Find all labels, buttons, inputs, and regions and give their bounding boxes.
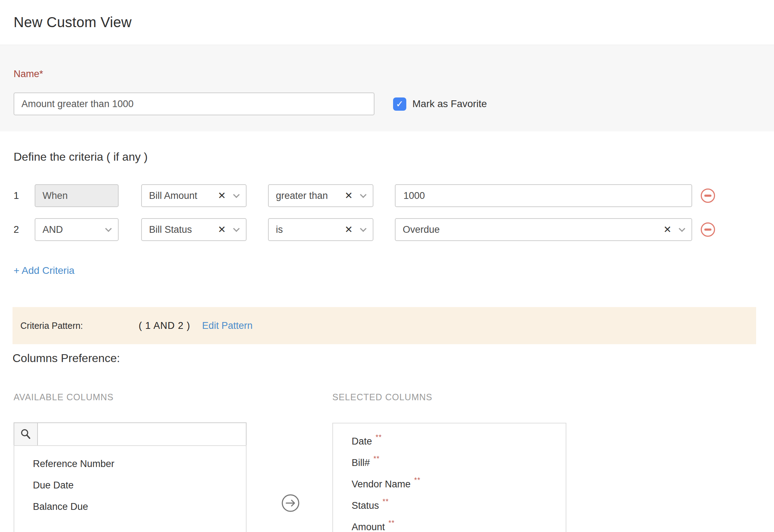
required-mark: **: [383, 497, 389, 506]
check-icon: ✓: [396, 99, 404, 109]
columns-preference-body: AVAILABLE COLUMNS SELECTED COLUMNS Refer…: [0, 365, 774, 532]
required-mark: **: [376, 433, 382, 441]
favorite-checkbox[interactable]: ✓: [393, 97, 406, 111]
required-mark: **: [373, 455, 380, 463]
criteria-pattern-bar: Criteria Pattern: ( 1 AND 2 ) Edit Patte…: [13, 307, 756, 344]
chevron-down-icon[interactable]: [679, 225, 685, 232]
edit-pattern-link[interactable]: Edit Pattern: [202, 320, 253, 331]
list-item[interactable]: Amount **: [333, 516, 566, 532]
chevron-down-icon[interactable]: [105, 225, 111, 232]
column-label: Date: [352, 436, 372, 447]
criteria-value-field[interactable]: [395, 184, 692, 207]
criteria-pattern-value: ( 1 AND 2 ): [139, 320, 190, 331]
column-search-box: [14, 422, 247, 446]
name-section: Name* ✓ Mark as Favorite: [0, 45, 774, 131]
required-mark: **: [388, 519, 395, 527]
criteria-pattern-label: Criteria Pattern:: [20, 321, 83, 331]
criteria-row-2: 2 AND Bill Status ✕ is ✕ Overdue ✕: [14, 218, 760, 241]
column-label: Amount: [352, 522, 385, 532]
comparator-select[interactable]: greater than ✕: [268, 184, 373, 207]
arrow-right-icon: [281, 494, 300, 512]
connector-label: When: [43, 190, 68, 201]
favorite-label: Mark as Favorite: [412, 98, 487, 110]
criteria-connector-when: When: [35, 184, 119, 207]
criteria-value: Overdue: [403, 224, 440, 235]
list-item[interactable]: Status **: [333, 495, 566, 516]
chevron-down-icon[interactable]: [360, 191, 366, 198]
list-item[interactable]: Balance Due: [14, 496, 246, 517]
connector-select[interactable]: AND: [35, 218, 119, 241]
list-item[interactable]: Bill# **: [333, 452, 566, 473]
field-value: Bill Amount: [149, 190, 197, 201]
criteria-value-select[interactable]: Overdue ✕: [395, 218, 692, 241]
list-item[interactable]: Due Date: [14, 475, 246, 496]
remove-criteria-button[interactable]: [701, 222, 715, 237]
search-input[interactable]: [38, 423, 246, 445]
clear-icon[interactable]: ✕: [218, 191, 226, 201]
column-label: Vendor Name: [352, 479, 411, 490]
column-label: Status: [352, 500, 379, 511]
page-title: New Custom View: [14, 14, 132, 30]
comparator-value: is: [276, 224, 283, 235]
field-select[interactable]: Bill Status ✕: [141, 218, 247, 241]
connector-value: AND: [43, 224, 63, 235]
name-input[interactable]: [14, 92, 374, 115]
criteria-row-number: 2: [14, 224, 35, 235]
criteria-value-input[interactable]: [403, 185, 684, 206]
minus-icon: [704, 195, 711, 197]
selected-columns-list: Date ** Bill# ** Vendor Name ** Status *…: [332, 423, 566, 532]
criteria-row-1: 1 When Bill Amount ✕ greater than ✕: [14, 184, 760, 207]
chevron-down-icon[interactable]: [233, 225, 239, 232]
remove-criteria-button[interactable]: [701, 189, 715, 203]
columns-preference-heading: Columns Preference:: [13, 351, 760, 365]
required-mark: **: [414, 476, 421, 484]
clear-icon[interactable]: ✕: [344, 191, 353, 201]
available-columns-heading: AVAILABLE COLUMNS: [14, 392, 114, 402]
minus-icon: [704, 229, 711, 231]
list-item[interactable]: Reference Number: [14, 453, 246, 475]
search-icon: [14, 423, 38, 445]
field-select[interactable]: Bill Amount ✕: [141, 184, 247, 207]
column-label: Bill#: [352, 457, 370, 468]
mark-as-favorite-toggle[interactable]: ✓ Mark as Favorite: [393, 97, 487, 111]
move-right-button[interactable]: [281, 494, 300, 512]
field-value: Bill Status: [149, 224, 192, 235]
clear-icon[interactable]: ✕: [344, 225, 353, 235]
chevron-down-icon[interactable]: [360, 225, 366, 232]
add-criteria-link[interactable]: + Add Criteria: [14, 265, 74, 276]
clear-icon[interactable]: ✕: [218, 225, 226, 235]
page-header: New Custom View: [0, 0, 774, 45]
available-columns-list: Reference Number Due Date Balance Due: [14, 445, 247, 532]
chevron-down-icon[interactable]: [233, 191, 239, 198]
criteria-heading: Define the criteria ( if any ): [14, 150, 760, 164]
list-item[interactable]: Vendor Name **: [333, 473, 566, 495]
comparator-value: greater than: [276, 190, 328, 201]
clear-icon[interactable]: ✕: [663, 225, 671, 235]
comparator-select[interactable]: is ✕: [268, 218, 373, 241]
name-label: Name*: [14, 69, 760, 80]
criteria-section: Define the criteria ( if any ) 1 When Bi…: [0, 150, 774, 276]
criteria-row-number: 1: [14, 190, 35, 201]
list-item[interactable]: Date **: [333, 431, 566, 452]
selected-columns-heading: SELECTED COLUMNS: [332, 392, 432, 402]
